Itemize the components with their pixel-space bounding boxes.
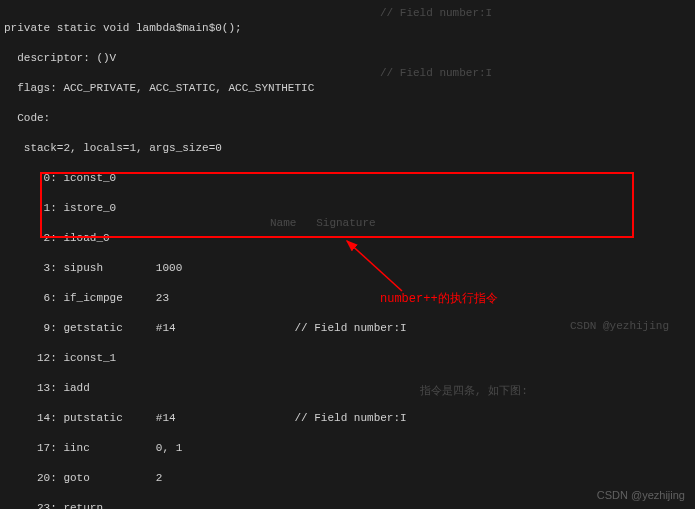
code-line: 6: if_icmpge 23	[4, 291, 691, 306]
code-line: 0: iconst_0	[4, 171, 691, 186]
code-line: 13: iadd	[4, 381, 691, 396]
code-line: 2: iload_0	[4, 231, 691, 246]
code-line: 1: istore_0	[4, 201, 691, 216]
code-line: 20: goto 2	[4, 471, 691, 486]
code-line: stack=2, locals=1, args_size=0	[4, 141, 691, 156]
code-line: 12: iconst_1	[4, 351, 691, 366]
code-line: 14: putstatic #14 // Field number:I	[4, 411, 691, 426]
bytecode-listing: private static void lambda$main$0(); des…	[0, 0, 695, 509]
code-line: flags: ACC_PRIVATE, ACC_STATIC, ACC_SYNT…	[4, 81, 691, 96]
code-line: 17: iinc 0, 1	[4, 441, 691, 456]
code-line: 9: getstatic #14 // Field number:I	[4, 321, 691, 336]
code-line: Code:	[4, 111, 691, 126]
code-line: private static void lambda$main$0();	[4, 21, 691, 36]
watermark: CSDN @yezhijing	[597, 489, 685, 501]
code-line: 23: return	[4, 501, 691, 509]
annotation-label: number++的执行指令	[380, 290, 498, 307]
code-line: 3: sipush 1000	[4, 261, 691, 276]
code-line: descriptor: ()V	[4, 51, 691, 66]
